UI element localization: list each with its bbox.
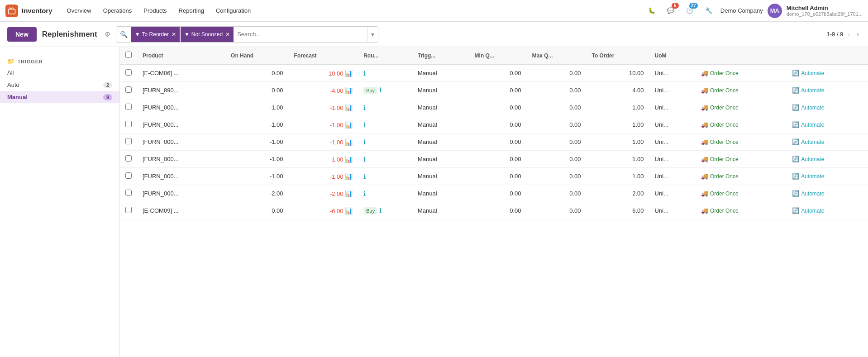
order-once-button[interactable]: 🚚 Order Once: [701, 70, 739, 76]
sidebar-item-auto[interactable]: Auto 2: [0, 79, 119, 91]
row-to-order[interactable]: 1.00: [587, 99, 649, 116]
product-code: [FURN_000...: [143, 173, 178, 180]
row-to-order[interactable]: 1.00: [587, 116, 649, 133]
settings-icon-btn[interactable]: 🔧: [701, 4, 716, 18]
row-min-qty: 0.00: [469, 64, 527, 82]
automate-button[interactable]: 🔄 Automate: [792, 207, 824, 214]
row-automate-cell: 🔄 Automate: [787, 116, 868, 133]
order-once-button[interactable]: 🚚 Order Once: [701, 173, 739, 180]
order-once-button[interactable]: 🚚 Order Once: [701, 87, 739, 94]
info-icon[interactable]: ℹ: [363, 104, 366, 111]
info-icon[interactable]: ℹ: [379, 207, 382, 214]
sidebar-item-all[interactable]: All: [0, 67, 119, 79]
row-checkbox-cell: [120, 99, 137, 116]
bug-icon-btn[interactable]: 🐛: [644, 4, 659, 18]
forecast-chart-icon[interactable]: 📊: [345, 87, 353, 94]
nav-reporting[interactable]: Reporting: [173, 5, 210, 17]
forecast-chart-icon[interactable]: 📊: [345, 104, 353, 111]
user-info: Mitchell Admin demo_170_e027b3abd29f_170…: [787, 5, 863, 17]
truck-icon: 🚚: [701, 207, 708, 214]
order-once-button[interactable]: 🚚 Order Once: [701, 190, 739, 197]
row-to-order[interactable]: 10.00: [587, 64, 649, 82]
search-input[interactable]: [234, 31, 367, 38]
truck-icon: 🚚: [701, 70, 708, 76]
row-min-qty: 0.00: [469, 202, 527, 219]
product-code: [FURN_000...: [143, 138, 178, 145]
row-to-order[interactable]: 1.00: [587, 168, 649, 185]
row-checkbox-6[interactable]: [125, 172, 132, 179]
order-once-button[interactable]: 🚚 Order Once: [701, 138, 739, 145]
pagination-prev[interactable]: ‹: [846, 29, 852, 39]
row-order-once-cell: 🚚 Order Once: [696, 202, 787, 219]
row-checkbox-0[interactable]: [125, 69, 132, 76]
info-icon[interactable]: ℹ: [363, 138, 366, 146]
info-icon[interactable]: ℹ: [363, 173, 366, 180]
clock-icon-btn[interactable]: 🕐 27: [682, 4, 697, 18]
filter-not-snoozed-close[interactable]: ✕: [225, 31, 230, 38]
automate-button[interactable]: 🔄 Automate: [792, 104, 824, 111]
chat-icon-btn[interactable]: 💬 5: [663, 4, 678, 18]
info-icon[interactable]: ℹ: [363, 156, 366, 163]
forecast-chart-icon[interactable]: 📊: [345, 121, 353, 129]
nav-products[interactable]: Products: [138, 5, 172, 17]
nav-overview[interactable]: Overview: [62, 5, 97, 17]
info-icon[interactable]: ℹ: [363, 121, 366, 129]
filter-not-snoozed[interactable]: ▼ Not Snoozed ✕: [181, 27, 234, 42]
order-once-button[interactable]: 🚚 Order Once: [701, 156, 739, 162]
automate-button[interactable]: 🔄 Automate: [792, 121, 824, 128]
nav-operations[interactable]: Operations: [98, 5, 138, 17]
forecast-chart-icon[interactable]: 📊: [345, 138, 353, 146]
automate-button[interactable]: 🔄 Automate: [792, 156, 824, 162]
row-to-order[interactable]: 1.00: [587, 133, 649, 151]
forecast-chart-icon[interactable]: 📊: [345, 70, 353, 77]
user-avatar[interactable]: MA: [768, 4, 782, 18]
pagination-next[interactable]: ›: [855, 29, 861, 39]
row-checkbox-3[interactable]: [125, 121, 132, 127]
forecast-chart-icon[interactable]: 📊: [345, 156, 353, 163]
table-row: [E-COM09] ... 0.00 -6.00 📊 Buy ℹ Manual …: [120, 202, 868, 219]
automate-button[interactable]: 🔄 Automate: [792, 190, 824, 197]
row-checkbox-7[interactable]: [125, 190, 132, 196]
row-automate-cell: 🔄 Automate: [787, 185, 868, 202]
row-product: [FURN_000...: [137, 151, 225, 168]
row-to-order[interactable]: 2.00: [587, 185, 649, 202]
row-checkbox-1[interactable]: [125, 86, 132, 93]
row-route: ℹ: [358, 99, 412, 116]
row-forecast: -2.00 📊: [289, 185, 358, 202]
info-icon[interactable]: ℹ: [363, 70, 366, 77]
new-button[interactable]: New: [7, 27, 37, 42]
nav-configuration[interactable]: Configuration: [210, 5, 256, 17]
row-trigger: Manual: [412, 202, 469, 219]
order-once-button[interactable]: 🚚 Order Once: [701, 121, 739, 128]
filter-to-reorder-close[interactable]: ✕: [172, 31, 176, 38]
row-checkbox-8[interactable]: [125, 207, 132, 213]
row-product: [E-COM09] ...: [137, 202, 225, 219]
row-checkbox-5[interactable]: [125, 155, 132, 162]
forecast-chart-icon[interactable]: 📊: [345, 173, 353, 180]
forecast-chart-icon[interactable]: 📊: [345, 190, 353, 197]
forecast-chart-icon[interactable]: 📊: [345, 207, 353, 214]
select-all-checkbox[interactable]: [125, 52, 132, 58]
automate-button[interactable]: 🔄 Automate: [792, 87, 824, 94]
row-to-order[interactable]: 4.00: [587, 82, 649, 99]
automate-button[interactable]: 🔄 Automate: [792, 138, 824, 145]
info-icon[interactable]: ℹ: [363, 190, 366, 197]
row-product: [FURN_000...: [137, 185, 225, 202]
order-once-button[interactable]: 🚚 Order Once: [701, 104, 739, 111]
search-dropdown-btn[interactable]: ▾: [367, 27, 378, 42]
filter-to-reorder[interactable]: ▼ To Reorder ✕: [131, 27, 180, 42]
row-to-order[interactable]: 1.00: [587, 151, 649, 168]
info-icon[interactable]: ℹ: [379, 86, 382, 94]
product-code: [E-COM09] ...: [143, 207, 178, 214]
automate-button[interactable]: 🔄 Automate: [792, 173, 824, 180]
automate-button[interactable]: 🔄 Automate: [792, 70, 824, 76]
row-checkbox-4[interactable]: [125, 138, 132, 144]
filter-funnel2-icon: ▼: [184, 31, 190, 38]
row-min-qty: 0.00: [469, 185, 527, 202]
row-checkbox-cell: [120, 133, 137, 151]
row-checkbox-2[interactable]: [125, 104, 132, 110]
order-once-button[interactable]: 🚚 Order Once: [701, 207, 739, 214]
sidebar-item-manual[interactable]: Manual 9: [0, 91, 119, 103]
row-to-order[interactable]: 6.00: [587, 202, 649, 219]
page-settings-icon[interactable]: ⚙: [105, 30, 110, 38]
